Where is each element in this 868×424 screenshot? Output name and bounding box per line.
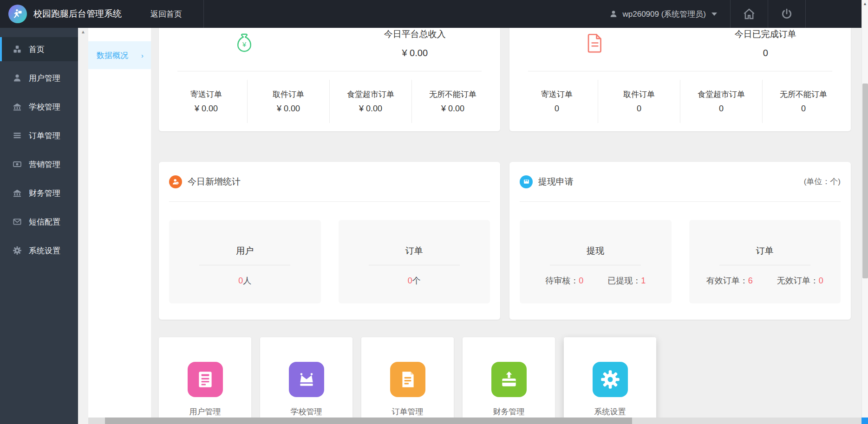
sidebar-item-finance[interactable]: 财务管理 [0, 181, 78, 205]
stat-pair: 无效订单：0 [777, 275, 823, 286]
home-icon [742, 7, 756, 21]
back-home-link[interactable]: 返回首页 [150, 9, 182, 19]
withdraw-card: 提现申请 (单位：个) 提现 待审核：0 已提现：1 订单 有 [509, 162, 851, 320]
shortcut-finance-management[interactable]: 财务管理 [463, 337, 555, 418]
envelope-icon [12, 217, 22, 227]
sidebar-item-home[interactable]: 首页 [0, 37, 78, 61]
app-logo [8, 5, 27, 23]
stat-column: 寄送订单 0 [516, 80, 598, 123]
crown-icon [289, 362, 324, 397]
shortcut-row: 用户管理 学校管理 订单管理 [151, 337, 861, 418]
sidebar-item-label: 系统设置 [29, 245, 60, 256]
sidebar-item-schools[interactable]: 学校管理 [0, 95, 78, 119]
shortcut-user-management[interactable]: 用户管理 [159, 337, 251, 418]
card-title: 今日平台总收入 [384, 28, 446, 40]
divider [369, 265, 460, 265]
stat-block-withdraw: 提现 待审核：0 已提现：1 [520, 220, 672, 303]
sidebar-item-marketing[interactable]: 营销管理 [0, 152, 78, 176]
stat-column: 无所不能订单 ¥ 0.00 [412, 80, 494, 123]
unit-note: (单位：个) [804, 176, 841, 187]
nav-right: wp260909 (系统管理员) [596, 0, 861, 28]
shortcut-system-settings[interactable]: 系统设置 [564, 337, 656, 418]
horizontal-scrollbar[interactable] [88, 418, 861, 424]
vertical-scrollbar-thumb[interactable] [862, 84, 868, 278]
app-title: 校园跑腿后台管理系统 [33, 8, 122, 20]
user-list-icon [188, 362, 223, 397]
submenu-panel: 数据概况 › [88, 28, 151, 424]
user-dropdown[interactable]: wp260909 (系统管理员) [596, 9, 730, 19]
scroll-up-arrow-icon[interactable]: ▲ [862, 0, 868, 7]
shortcut-school-management[interactable]: 学校管理 [260, 337, 352, 418]
sidebar-item-label: 营销管理 [29, 159, 60, 170]
chevron-down-icon [711, 13, 717, 16]
stat-pair: 有效订单：6 [706, 275, 753, 286]
card-title: 今日新增统计 [188, 176, 241, 188]
shortcut-order-management[interactable]: 订单管理 [361, 337, 454, 418]
sidebar: 首页 用户管理 学校管理 [0, 28, 78, 424]
document-icon [509, 28, 680, 71]
scrollbar-corner [861, 418, 868, 424]
stat-column: 食堂超市订单 0 [680, 80, 763, 123]
stat-value: 0 [408, 276, 412, 285]
divider [719, 265, 810, 265]
new-stats-card: 今日新增统计 用户 0人 订单 0个 [159, 162, 500, 320]
user-icon [12, 73, 22, 83]
sidebar-scrollbar[interactable]: ▲ [78, 28, 88, 424]
shortcut-label: 学校管理 [291, 406, 322, 417]
gear-icon [12, 245, 22, 256]
sidebar-item-settings[interactable]: 系统设置 [0, 238, 78, 263]
submenu-item-label: 数据概况 [97, 50, 128, 61]
summary-cards-row: ¥ 今日平台总收入 ¥ 0.00 寄送订单 ¥ 0.00 取件订单 ¥ 0.00 [151, 28, 861, 131]
stat-value: 0 [238, 276, 243, 285]
income-card: ¥ 今日平台总收入 ¥ 0.00 寄送订单 ¥ 0.00 取件订单 ¥ 0.00 [159, 28, 500, 131]
list-icon [12, 130, 22, 141]
stat-unit: 人 [243, 276, 251, 285]
stat-block-orders: 订单 有效订单：6 无效订单：0 [689, 220, 841, 303]
card-title: 今日已完成订单 [735, 28, 796, 40]
stat-column: 食堂超市订单 ¥ 0.00 [330, 80, 412, 123]
top-navbar: 校园跑腿后台管理系统 返回首页 wp260909 (系统管理员) [0, 0, 861, 28]
stats-cards-row: 今日新增统计 用户 0人 订单 0个 [151, 162, 861, 320]
mail-icon [520, 175, 533, 188]
card-value: ¥ 0.00 [402, 48, 428, 58]
sidebar-item-orders[interactable]: 订单管理 [0, 123, 78, 148]
divider [199, 265, 290, 265]
logout-button[interactable] [768, 0, 805, 28]
sidebar-item-label: 学校管理 [29, 102, 60, 112]
person-icon [609, 10, 618, 18]
submenu-item-data-overview[interactable]: 数据概况 › [88, 41, 151, 69]
sidebar-item-sms[interactable]: 短信配置 [0, 210, 78, 234]
card-value: 0 [763, 48, 768, 58]
stat-column: 寄送订单 ¥ 0.00 [165, 80, 248, 123]
money-bill-icon [12, 159, 22, 169]
main-content: ¥ 今日平台总收入 ¥ 0.00 寄送订单 ¥ 0.00 取件订单 ¥ 0.00 [151, 28, 861, 418]
sidebar-item-users[interactable]: 用户管理 [0, 66, 78, 90]
divider [550, 265, 641, 265]
completed-orders-card: 今日已完成订单 0 寄送订单 0 取件订单 0 食堂超市订单 0 [509, 28, 851, 131]
money-bag-icon: ¥ [159, 28, 330, 71]
chevron-right-icon: › [141, 51, 144, 59]
stat-column: 无所不能订单 0 [763, 80, 844, 123]
shortcut-label: 订单管理 [392, 406, 424, 417]
user-name: wp260909 (系统管理员) [622, 9, 706, 19]
card-title: 提现申请 [538, 176, 574, 188]
sidebar-item-label: 首页 [29, 44, 45, 55]
vertical-scrollbar[interactable]: ▲ [861, 0, 868, 418]
stat-column: 取件订单 0 [598, 80, 680, 123]
sidebar-item-label: 用户管理 [29, 73, 60, 84]
bank-icon [12, 188, 22, 198]
scroll-up-arrow-icon[interactable]: ▲ [78, 28, 88, 36]
stat-block-orders: 订单 0个 [339, 220, 490, 303]
stat-column: 取件订单 ¥ 0.00 [248, 80, 330, 123]
power-icon [780, 7, 793, 20]
horizontal-scrollbar-thumb[interactable] [105, 418, 632, 424]
school-icon [12, 102, 22, 112]
nav-divider [203, 0, 204, 28]
stat-pair: 已提现：1 [607, 275, 646, 286]
deposit-icon [491, 362, 527, 397]
gear-icon [593, 362, 628, 397]
stat-pair: 待审核：0 [545, 275, 583, 286]
home-button[interactable] [731, 0, 768, 28]
cubes-icon [12, 44, 22, 54]
stat-unit: 个 [412, 276, 421, 285]
